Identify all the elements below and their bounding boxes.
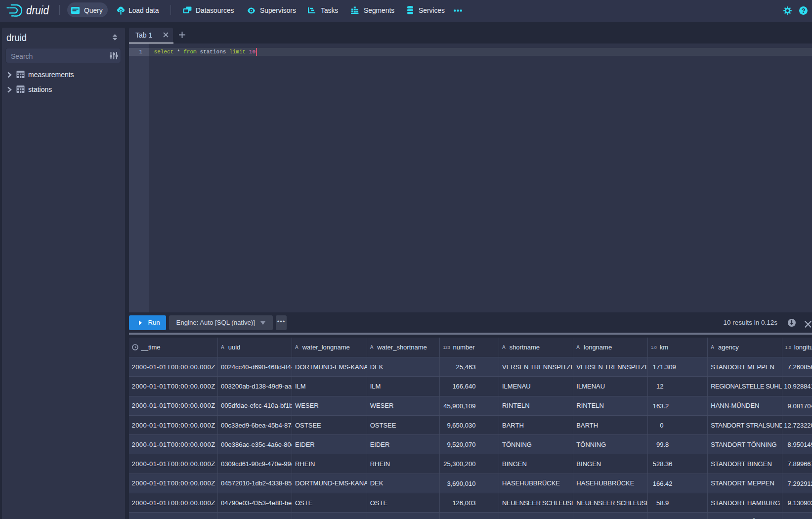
svg-text:?: ? <box>802 7 806 14</box>
